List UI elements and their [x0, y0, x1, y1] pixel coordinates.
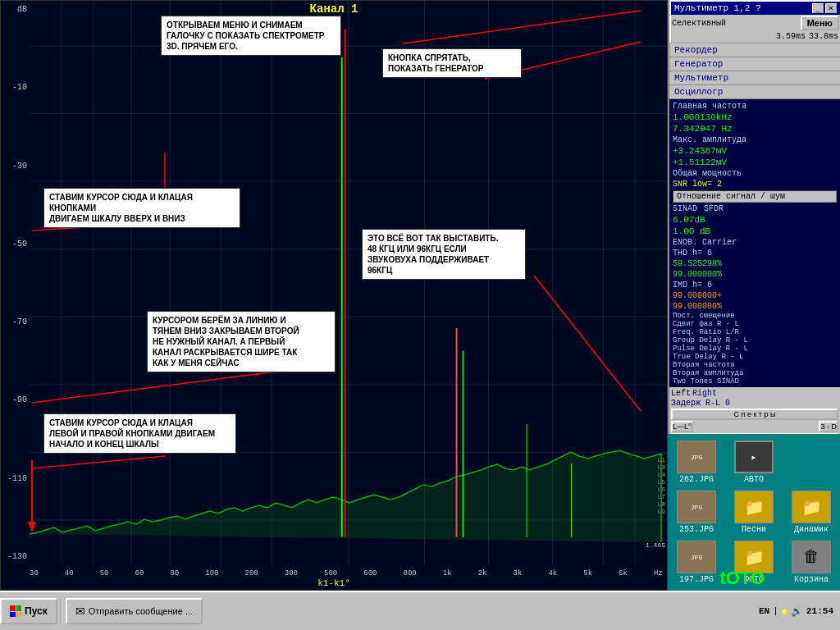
icon-253jpg: JPG [677, 491, 716, 523]
pulse-delay-label: Pulse Delay R - L [671, 345, 838, 353]
dc-label: Пост. смещение [671, 312, 838, 320]
db-label-130: -130 [1, 552, 30, 561]
recorder-item[interactable]: Рекордер [669, 43, 840, 57]
second-amp-label: Вторая амплитуда [671, 369, 838, 377]
label-dinamik: Динамик [794, 525, 829, 534]
multimeter-title: Мультиметр 1,2 ? [674, 3, 761, 13]
db-label-90: -90 [1, 395, 30, 404]
icon-262jpg: JPG [677, 441, 716, 473]
label-197jpg: 197.JPG [679, 575, 714, 584]
taskbar-separator-1 [61, 599, 62, 623]
taskbar-right: EN | ◆ 🔊 21:54 [759, 605, 840, 618]
annotation-2: КНОПКА СПРЯТАТЬ,ПОКАЗАТЬ ГЕНЕРАТОР [382, 48, 522, 78]
multimeter-item[interactable]: Мультиметр [669, 71, 840, 85]
annotation-3: СТАВИМ КУРСОР СЮДА И КЛАЦАЯ КНОПКАМИДВИГ… [43, 188, 240, 228]
freq-4k: 4k [548, 569, 557, 578]
freq-600: 600 [363, 569, 377, 578]
icon-avto: ▶ [734, 441, 774, 473]
axis-bottom-label: k1-k1° [317, 578, 350, 588]
icon-korzina: 🗑 [792, 541, 831, 573]
message-label: Отправить сообщение ... [89, 606, 193, 616]
label-253jpg: 253.JPG [679, 525, 714, 534]
imd-val1: 99.000000+ [671, 290, 838, 301]
desktop-item-197jpg[interactable]: JPG 197.JPG [668, 537, 725, 587]
ch-l8: L8 [657, 500, 665, 508]
sfdr-label: SFDR [704, 204, 724, 213]
label-avto: АВТО [744, 475, 764, 484]
imd-val2: 99.000000% [671, 301, 838, 312]
empty-slot [783, 437, 840, 487]
desktop-item-dinamik[interactable]: 📁 Динамик [783, 487, 840, 537]
freq-300: 300 [285, 569, 298, 578]
power-label: Общая мощность [671, 168, 838, 179]
db-label-50: -50 [1, 240, 30, 249]
separator-dot: | [773, 606, 778, 616]
network-icon: ◆ [782, 605, 788, 618]
ch-l4: L4 [657, 471, 665, 478]
message-button[interactable]: ✉ Отправить сообщение ... [66, 598, 203, 624]
desktop-item-korzina[interactable]: 🗑 Корзина [783, 537, 840, 587]
ch-l3: L3 [657, 463, 665, 471]
label-pesni: Песни [742, 525, 766, 534]
close-btn[interactable]: ✕ [825, 3, 837, 13]
start-label: Пуск [25, 605, 48, 617]
clock: 21:54 [806, 606, 833, 616]
freq-2k: 2k [478, 569, 487, 578]
oscillograph-item[interactable]: Осциллогр [669, 85, 840, 99]
db-unit: dB [1, 5, 30, 14]
db-label-70: -70 [1, 317, 30, 326]
amp2-value: +1.51122мV [671, 157, 838, 168]
minimize-btn[interactable]: _ [812, 3, 824, 13]
second-freq-label: Вторая частота [671, 361, 838, 369]
freq-hz: Hz [654, 569, 663, 578]
db-label-10: -10 [1, 83, 30, 92]
ll-btn[interactable]: L—L° [671, 421, 693, 432]
freq-60: 60 [135, 569, 144, 578]
freq1-value: 1.000130kHz [671, 112, 838, 123]
freq-50: 50 [100, 569, 109, 578]
start-button[interactable]: Пуск [0, 598, 57, 624]
label-262jpg: 262.JPG [679, 475, 714, 484]
sfdr-value: 1.00 dB [671, 226, 838, 237]
desktop-item-avto[interactable]: ▶ АВТО [725, 437, 783, 487]
windows-logo-icon [10, 605, 21, 617]
freq-200: 200 [245, 569, 258, 578]
freq-800: 800 [404, 569, 417, 578]
freq-30: 30 [30, 569, 39, 578]
enob-label: ENOB. Carrier [671, 237, 838, 248]
ch-l9: L9 [657, 508, 665, 515]
freq-5k: 5k [583, 569, 592, 578]
val2: 33.8ms [809, 32, 838, 41]
3d-btn[interactable]: 3 - D [819, 421, 838, 432]
measurements-panel: Главная частота 1.000130kHz 7.342047 Hz … [669, 99, 840, 387]
amp1-value: +3.24367мV [671, 145, 838, 157]
freq-1k: 1k [443, 569, 452, 578]
freq-6k: 6k [619, 569, 628, 578]
thd-val1: 59.525298% [671, 258, 838, 269]
right-label[interactable]: Right [692, 389, 717, 398]
freq2-value: 7.342047 Hz [671, 123, 838, 135]
delay-rl: Задерж R-L 0 [671, 399, 838, 408]
desktop-item-262jpg[interactable]: JPG 262.JPG [668, 437, 725, 487]
main-freq-label: Главная частота [671, 101, 838, 112]
icon-pesni: 📁 [734, 491, 774, 523]
menu-button[interactable]: Меню [801, 16, 839, 30]
spectra-btn[interactable]: С п е к т р ы [671, 409, 838, 420]
multimeter-window: Мультиметр 1,2 ? _ ✕ Селективный Меню 3.… [669, 0, 840, 43]
annotation-6: СТАВИМ КУРСОР СЮДА И КЛАЦАЯЛЕВОЙ И ПРАВО… [43, 413, 236, 454]
snr-label: SNR low= 2 [671, 179, 838, 189]
val1: 3.59ms [776, 32, 806, 41]
multimeter-titlebar: Мультиметр 1,2 ? _ ✕ [671, 2, 840, 15]
db-axis: dB -10 -30 -50 -70 -90 -110 -130 [1, 1, 30, 565]
ch-l1: L1 [657, 456, 665, 463]
ch-l6: L6 [657, 486, 665, 493]
spectrum-waveform [30, 1, 667, 565]
generator-item[interactable]: Генератор [669, 57, 840, 71]
desktop-item-253jpg[interactable]: JPG 253.JPG [668, 487, 725, 537]
desktop-item-pesni[interactable]: 📁 Песни [725, 487, 783, 537]
lang-indicator: EN [759, 606, 769, 616]
volume-icon: 🔊 [791, 605, 803, 618]
thd-val2: 99.000000% [671, 269, 838, 280]
icon-dinamik: 📁 [792, 491, 831, 523]
thd-label: THD h= 6 [671, 248, 838, 258]
